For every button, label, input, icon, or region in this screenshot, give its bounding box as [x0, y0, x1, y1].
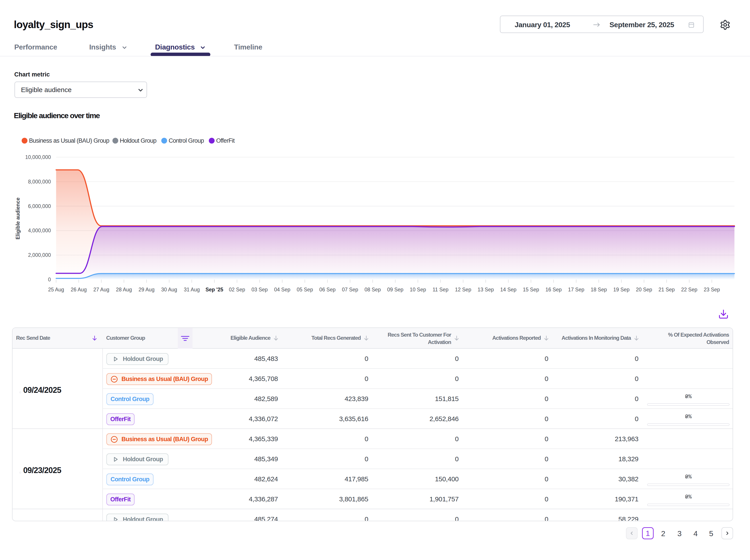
svg-text:2,000,000: 2,000,000 — [28, 252, 51, 258]
svg-text:17 Sep: 17 Sep — [568, 287, 584, 292]
svg-text:25 Aug: 25 Aug — [48, 287, 64, 292]
svg-text:11 Sep: 11 Sep — [433, 287, 448, 292]
svg-text:19 Sep: 19 Sep — [613, 287, 630, 292]
svg-text:14 Sep: 14 Sep — [500, 287, 516, 292]
svg-text:06 Sep: 06 Sep — [319, 287, 336, 292]
svg-text:03 Sep: 03 Sep — [252, 287, 268, 292]
svg-text:07 Sep: 07 Sep — [342, 287, 358, 292]
svg-text:08 Sep: 08 Sep — [364, 287, 381, 292]
svg-text:Eligible audience: Eligible audience — [15, 198, 21, 240]
svg-text:09 Sep: 09 Sep — [387, 287, 403, 292]
svg-text:0: 0 — [48, 277, 51, 283]
svg-text:Sep '25: Sep '25 — [205, 287, 223, 292]
svg-text:13 Sep: 13 Sep — [478, 287, 494, 292]
svg-text:15 Sep: 15 Sep — [523, 287, 539, 292]
svg-text:02 Sep: 02 Sep — [229, 287, 245, 292]
svg-text:23 Sep: 23 Sep — [704, 287, 720, 292]
svg-text:21 Sep: 21 Sep — [658, 287, 675, 292]
svg-text:12 Sep: 12 Sep — [455, 287, 471, 292]
svg-text:6,000,000: 6,000,000 — [28, 203, 51, 209]
svg-text:26 Aug: 26 Aug — [71, 287, 87, 292]
svg-text:04 Sep: 04 Sep — [274, 287, 291, 292]
svg-text:05 Sep: 05 Sep — [297, 287, 313, 292]
svg-text:28 Aug: 28 Aug — [116, 287, 132, 292]
svg-text:30 Aug: 30 Aug — [161, 287, 177, 292]
svg-text:18 Sep: 18 Sep — [591, 287, 607, 292]
svg-text:8,000,000: 8,000,000 — [28, 179, 51, 185]
svg-text:16 Sep: 16 Sep — [546, 287, 562, 292]
svg-text:22 Sep: 22 Sep — [681, 287, 697, 292]
svg-text:29 Aug: 29 Aug — [139, 287, 155, 292]
svg-text:4,000,000: 4,000,000 — [28, 228, 51, 233]
svg-text:20 Sep: 20 Sep — [636, 287, 652, 292]
svg-text:10 Sep: 10 Sep — [410, 287, 426, 292]
svg-text:31 Aug: 31 Aug — [184, 287, 200, 292]
svg-text:27 Aug: 27 Aug — [93, 287, 109, 292]
svg-text:10,000,000: 10,000,000 — [25, 154, 51, 160]
